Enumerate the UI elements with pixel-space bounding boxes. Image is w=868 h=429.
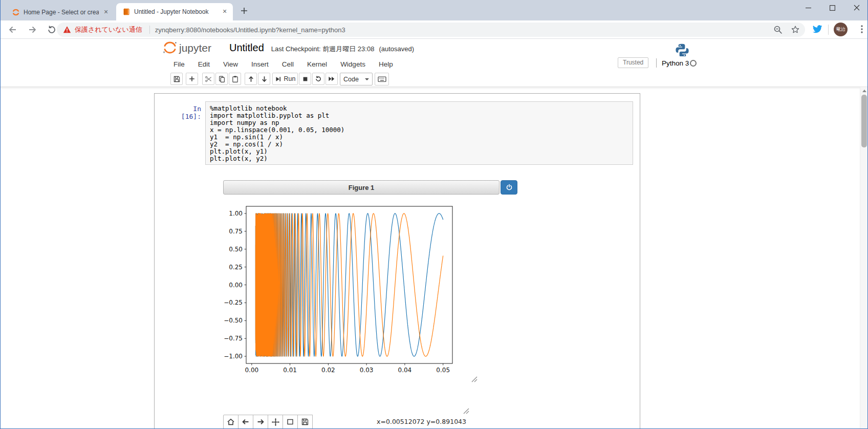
move-cell-up-button[interactable] <box>245 73 257 85</box>
twitter-extension-icon[interactable] <box>812 24 822 34</box>
svg-text:0.00: 0.00 <box>229 282 243 289</box>
menu-widgets[interactable]: Widgets <box>334 60 372 68</box>
svg-text:−0.50: −0.50 <box>224 317 243 324</box>
close-window-button[interactable] <box>844 0 868 15</box>
zoom-out-icon[interactable] <box>773 25 783 34</box>
maximize-button[interactable] <box>820 0 844 15</box>
menu-help[interactable]: Help <box>372 60 400 68</box>
kernel-name: Python 3 <box>662 59 689 67</box>
svg-text:−0.75: −0.75 <box>224 335 243 342</box>
refresh-icon <box>315 75 322 82</box>
save-icon <box>173 75 181 83</box>
tab-strip: Home Page - Select or create a n × Untit… <box>1 0 868 20</box>
cut-cell-button[interactable] <box>202 73 214 85</box>
code-line: y2 = np.cos(1 / x) <box>210 141 628 148</box>
profile-avatar[interactable]: 竜治 <box>834 23 848 36</box>
restart-run-all-button[interactable] <box>326 73 338 85</box>
restart-kernel-button[interactable] <box>312 73 324 85</box>
minimize-icon <box>806 5 811 11</box>
menu-file[interactable]: File <box>167 60 191 68</box>
figure-close-button[interactable] <box>501 180 517 195</box>
menu-view[interactable]: View <box>216 60 245 68</box>
command-palette-button[interactable] <box>375 73 389 85</box>
menu-cell[interactable]: Cell <box>275 60 300 68</box>
jupyter-logo-text: jupyter <box>179 42 211 54</box>
pan-button[interactable] <box>268 415 283 429</box>
zoom-rect-icon <box>286 418 294 426</box>
new-tab-button[interactable] <box>240 7 248 15</box>
cell-type-select[interactable]: Code <box>340 73 373 85</box>
code-input[interactable]: %matplotlib notebook import matplotlib.p… <box>205 101 633 165</box>
scrollbar-thumb[interactable] <box>861 95 867 147</box>
bookmark-star-icon[interactable] <box>791 25 800 34</box>
url-text[interactable]: zynqberry:8080/notebooks/Untitled.ipynb?… <box>155 26 765 34</box>
power-icon <box>506 184 513 191</box>
move-cell-down-button[interactable] <box>258 73 270 85</box>
trusted-button[interactable]: Trusted <box>618 57 648 68</box>
menu-items: File Edit View Insert Cell Kernel Widget… <box>167 56 400 72</box>
back-icon[interactable] <box>8 25 18 35</box>
security-warning-icon[interactable] <box>63 26 71 34</box>
browser-window: Home Page - Select or create a n × Untit… <box>0 0 868 429</box>
maximize-icon <box>830 5 835 11</box>
copy-cell-button[interactable] <box>215 73 228 85</box>
floppy-icon <box>301 418 309 426</box>
close-icon[interactable]: × <box>221 8 229 16</box>
autosave-status: (autosaved) <box>379 45 414 53</box>
svg-text:0.50: 0.50 <box>229 246 243 253</box>
minimize-button[interactable] <box>796 0 820 15</box>
add-cell-button[interactable] <box>186 73 198 85</box>
cursor-position-readout: x=0.00512072 y=0.891043 <box>328 418 466 425</box>
save-figure-button[interactable] <box>297 415 313 429</box>
arrow-down-icon <box>261 75 268 83</box>
jupyter-logo[interactable]: jupyter <box>161 40 225 55</box>
address-bar[interactable]: 保護されていない通信 zynqberry:8080/notebooks/Unti… <box>57 23 805 37</box>
svg-text:0.02: 0.02 <box>321 367 335 374</box>
save-button[interactable] <box>170 73 183 85</box>
browser-menu-icon[interactable] <box>857 24 866 34</box>
tab-home[interactable]: Home Page - Select or create a n × <box>6 4 114 20</box>
scrollbar-up-arrow[interactable] <box>862 90 866 92</box>
menu-kernel[interactable]: Kernel <box>300 60 334 68</box>
code-line: import matplotlib.pyplot as plt <box>210 112 628 119</box>
figure-resize-handle[interactable] <box>471 376 478 382</box>
tab-title: Untitled - Jupyter Notebook <box>134 8 218 15</box>
paste-cell-button[interactable] <box>229 73 241 85</box>
widget-resize-handle[interactable] <box>463 407 469 414</box>
figure-canvas-svg[interactable]: 0.000.010.020.030.040.05−1.00−0.75−0.50−… <box>223 200 479 384</box>
plus-icon <box>188 75 196 82</box>
forward-view-button[interactable] <box>253 415 268 429</box>
window-controls <box>796 0 868 15</box>
toolbar-separator <box>828 25 829 35</box>
python-logo <box>674 43 690 58</box>
notebook-title[interactable]: Untitled <box>229 42 264 54</box>
forward-icon[interactable] <box>27 25 37 35</box>
toolbar-shadow <box>1 87 868 90</box>
tab-title: Home Page - Select or create a n <box>24 9 99 16</box>
home-button[interactable] <box>223 415 238 429</box>
close-icon[interactable]: × <box>102 8 110 16</box>
menu-insert[interactable]: Insert <box>245 60 275 68</box>
run-button[interactable]: Run <box>272 73 298 85</box>
svg-text:0.04: 0.04 <box>398 367 412 374</box>
svg-text:0.05: 0.05 <box>436 367 450 374</box>
figure-titlebar: Figure 1 <box>223 180 500 195</box>
home-icon <box>227 418 235 426</box>
back-arrow-icon <box>242 418 250 426</box>
copy-icon <box>218 75 226 83</box>
zoom-rect-button[interactable] <box>283 415 298 429</box>
interrupt-kernel-button[interactable] <box>299 73 311 85</box>
tab-notebook[interactable]: Untitled - Jupyter Notebook × <box>116 3 233 20</box>
reload-icon[interactable] <box>47 25 57 35</box>
security-warning-text: 保護されていない通信 <box>75 25 142 34</box>
input-prompt: In [16]: <box>169 105 201 120</box>
back-view-button[interactable] <box>238 415 253 429</box>
kernel-separator <box>656 58 657 68</box>
chevron-down-icon <box>365 78 369 80</box>
avatar-initials: 竜治 <box>836 26 845 33</box>
figure-toolbar <box>223 415 313 429</box>
kernel-idle-indicator <box>690 60 697 67</box>
figure-title: Figure 1 <box>349 184 375 191</box>
code-line: import numpy as np <box>210 119 628 126</box>
menu-edit[interactable]: Edit <box>191 60 216 68</box>
